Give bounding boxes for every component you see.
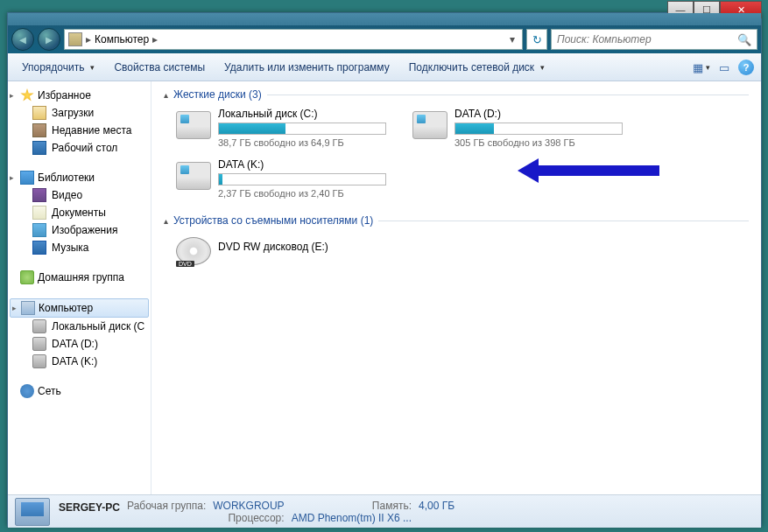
cpu-value: AMD Phenom(tm) II X6 ... xyxy=(292,512,412,524)
drive-k[interactable]: DATA (K:) 2,37 ГБ свободно из 2,40 ГБ xyxy=(176,158,386,199)
drive-d[interactable]: DATA (D:) 305 ГБ свободно из 398 ГБ xyxy=(412,108,623,148)
collapse-icon[interactable]: ▴ xyxy=(164,216,168,226)
group-hard-drives[interactable]: ▴ Жесткие диски (3) xyxy=(164,88,749,101)
sidebar-item-label: Локальный диск (C xyxy=(52,320,144,332)
sidebar-item-desktop[interactable]: Рабочий стол xyxy=(8,139,151,157)
breadcrumb[interactable]: ▸ Компьютер ▸ ▾ xyxy=(64,29,523,50)
hdd-icon xyxy=(176,162,211,190)
sidebar-item-label: Рабочий стол xyxy=(52,142,117,154)
hdd-icon xyxy=(412,111,447,139)
sidebar-item-recent[interactable]: Недавние места xyxy=(8,122,151,139)
annotation-arrow xyxy=(537,165,659,176)
body: ▸ Избранное Загрузки Недавние места Рабо… xyxy=(8,81,761,494)
sidebar-label: Компьютер xyxy=(39,302,93,314)
hdd-icon xyxy=(32,354,46,368)
sidebar-label: Избранное xyxy=(38,89,91,102)
sidebar-item-downloads[interactable]: Загрузки xyxy=(8,104,151,122)
content-pane: ▴ Жесткие диски (3) Локальный диск (C:) … xyxy=(151,81,761,494)
group-title: Устройства со съемными носителями (1) xyxy=(173,214,373,227)
back-button[interactable]: ◄ xyxy=(11,28,34,51)
search-icon[interactable]: 🔍 xyxy=(737,33,751,46)
star-icon xyxy=(20,88,34,102)
network-icon xyxy=(20,384,34,398)
memory-value: 4,00 ГБ xyxy=(419,500,454,512)
sidebar: ▸ Избранное Загрузки Недавние места Рабо… xyxy=(8,81,151,494)
sidebar-item-label: Изображения xyxy=(52,224,117,236)
sidebar-item-drive-c[interactable]: Локальный диск (C xyxy=(8,318,151,335)
sidebar-label: Сеть xyxy=(38,385,61,397)
sidebar-item-documents[interactable]: Документы xyxy=(8,204,151,221)
hdd-icon xyxy=(176,111,211,139)
usage-fill xyxy=(219,123,285,134)
folder-icon xyxy=(32,106,46,120)
sidebar-item-label: Музыка xyxy=(52,242,88,254)
breadcrumb-label[interactable]: Компьютер xyxy=(95,33,149,46)
sidebar-item-label: DATA (D:) xyxy=(52,338,98,350)
pictures-icon xyxy=(32,223,46,237)
collapse-icon[interactable]: ▸ xyxy=(10,173,14,182)
collapse-icon[interactable]: ▸ xyxy=(12,304,17,312)
computer-icon xyxy=(68,32,82,46)
map-network-drive-button[interactable]: Подключить сетевой диск xyxy=(402,58,552,77)
sidebar-favorites[interactable]: ▸ Избранное xyxy=(8,87,151,104)
cpu-label: Процессор: xyxy=(213,512,284,524)
sidebar-item-label: Документы xyxy=(52,206,106,219)
sidebar-item-label: Видео xyxy=(52,189,82,201)
refresh-button[interactable]: ↻ xyxy=(526,29,547,50)
uninstall-program-button[interactable]: Удалить или изменить программу xyxy=(217,58,397,77)
memory-label: Память: xyxy=(292,500,412,512)
workgroup-label: Рабочая группа: xyxy=(127,500,206,512)
drive-name: Локальный диск (C:) xyxy=(218,108,386,120)
sidebar-libraries[interactable]: ▸ Библиотеки xyxy=(8,169,151,186)
drive-free-text: 305 ГБ свободно из 398 ГБ xyxy=(454,137,623,148)
sidebar-item-video[interactable]: Видео xyxy=(8,186,151,204)
organize-label: Упорядочить xyxy=(22,61,84,74)
drive-free-text: 38,7 ГБ свободно из 64,9 ГБ xyxy=(218,137,386,148)
document-icon xyxy=(32,206,46,220)
search-box[interactable]: 🔍 xyxy=(551,29,757,50)
usage-bar xyxy=(454,122,623,135)
preview-pane-button[interactable]: ▭ xyxy=(715,59,733,76)
sidebar-item-music[interactable]: Музыка xyxy=(8,239,151,256)
search-input[interactable] xyxy=(557,33,737,46)
sidebar-network[interactable]: Сеть xyxy=(8,382,151,400)
organize-menu[interactable]: Упорядочить xyxy=(15,58,102,77)
netdrive-label: Подключить сетевой диск xyxy=(409,61,534,74)
chevron-right-icon[interactable]: ▸ xyxy=(86,33,91,46)
divider xyxy=(267,94,749,95)
group-title: Жесткие диски (3) xyxy=(173,88,262,101)
toolbar: Упорядочить Свойства системы Удалить или… xyxy=(8,53,761,81)
usage-fill xyxy=(455,123,494,134)
help-button[interactable]: ? xyxy=(738,60,754,75)
view-options-button[interactable]: ▦ xyxy=(693,59,710,76)
drive-name: DATA (K:) xyxy=(218,158,386,171)
sidebar-label: Домашняя группа xyxy=(38,271,124,284)
sidebar-item-pictures[interactable]: Изображения xyxy=(8,221,151,239)
workgroup-value: WORKGROUP xyxy=(213,500,284,512)
forward-button[interactable]: ► xyxy=(38,28,60,51)
breadcrumb-dropdown[interactable]: ▾ xyxy=(506,33,518,46)
hdd-icon xyxy=(32,337,46,351)
titlebar[interactable] xyxy=(8,13,761,25)
usage-bar xyxy=(218,122,386,135)
computer-large-icon xyxy=(15,498,50,526)
usage-bar xyxy=(218,173,386,186)
drive-free-text: 2,37 ГБ свободно из 2,40 ГБ xyxy=(218,188,386,199)
homegroup-icon xyxy=(20,270,34,284)
computer-name: SERGEY-PC xyxy=(59,500,120,514)
system-properties-button[interactable]: Свойства системы xyxy=(107,58,212,77)
drive-name: DVD RW дисковод (E:) xyxy=(218,241,386,253)
drive-dvd[interactable]: DVD RW дисковод (E:) xyxy=(176,234,386,265)
collapse-icon[interactable]: ▴ xyxy=(164,90,168,100)
sidebar-item-drive-d[interactable]: DATA (D:) xyxy=(8,335,151,353)
collapse-icon[interactable]: ▸ xyxy=(10,91,14,100)
drive-c[interactable]: Локальный диск (C:) 38,7 ГБ свободно из … xyxy=(176,108,386,148)
computer-icon xyxy=(21,301,35,315)
sidebar-item-drive-k[interactable]: DATA (K:) xyxy=(8,353,151,370)
sidebar-computer[interactable]: ▸ Компьютер xyxy=(10,298,149,318)
group-removable[interactable]: ▴ Устройства со съемными носителями (1) xyxy=(164,214,749,227)
drive-name: DATA (D:) xyxy=(454,108,623,120)
library-icon xyxy=(20,171,34,185)
chevron-right-icon[interactable]: ▸ xyxy=(152,33,158,46)
sidebar-homegroup[interactable]: Домашняя группа xyxy=(8,269,151,286)
